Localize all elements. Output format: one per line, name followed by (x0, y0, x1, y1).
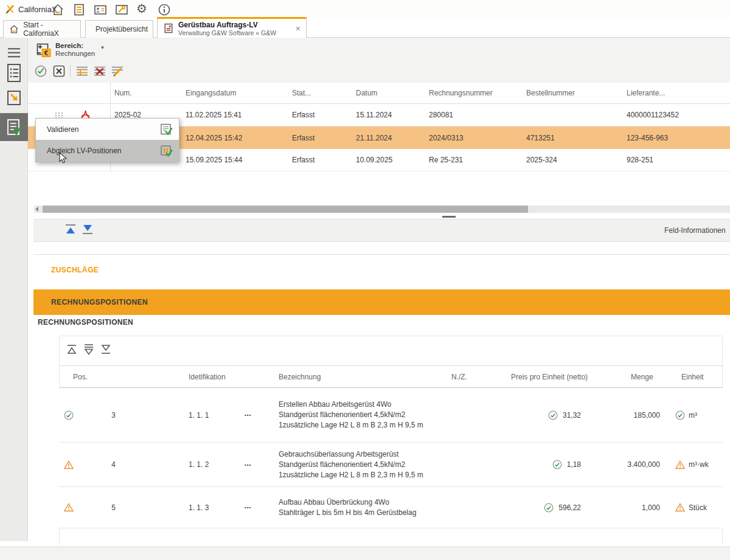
bereich-euro-icon: € (35, 42, 51, 58)
ok-circle-check-icon (548, 410, 558, 420)
cell-rechnungsnummer: Re 25-231 (429, 149, 523, 171)
confirm-circle-check-icon[interactable] (34, 64, 47, 78)
col-rechnungsnummer[interactable]: Rechnungsnummer (429, 83, 523, 103)
cancel-x-box-icon[interactable] (52, 64, 66, 78)
tab-projektuebersicht[interactable]: Projektübersicht (85, 20, 153, 38)
scrollbar-thumb[interactable] (43, 206, 528, 213)
sidebar-document-list-icon[interactable] (6, 63, 22, 83)
cell-datum: 10.09.2025 (356, 149, 426, 171)
tab-label: Start - CaliforniaX (23, 21, 75, 38)
sidebar-import-icon[interactable] (6, 89, 22, 107)
menu-item-abgleich-lv-positionen[interactable]: Abgleich LV-Positionen (36, 140, 179, 162)
more-options-button[interactable]: ••• (245, 443, 263, 486)
position-row[interactable]: 4 1. 1. 2 ••• Gebrauchsüberlassung Arbei… (59, 443, 723, 487)
menu-item-label: Validieren (47, 125, 78, 134)
bereich-label: Bereich: (55, 42, 95, 50)
positions-toolbar (59, 336, 723, 366)
projects-icon[interactable] (72, 3, 86, 16)
cell-menge: 185,000 (599, 388, 660, 442)
add-row-icon[interactable] (75, 64, 89, 78)
contacts-icon[interactable] (94, 3, 107, 16)
collapse-all-icon[interactable] (82, 343, 96, 356)
mouse-cursor-icon (59, 152, 67, 164)
positions-table-header: Pos. Idetifikation Bezeichnung N./Z. Pre… (59, 366, 723, 388)
tab-close-icon[interactable]: × (296, 24, 301, 33)
validate-document-icon (159, 123, 173, 136)
scroll-left-arrow-icon[interactable] (35, 207, 38, 212)
col-pos[interactable]: Pos. (73, 366, 88, 387)
col-datum[interactable]: Datum (356, 83, 426, 103)
section-rechnungspositionen-bar[interactable]: RECHNUNGSPOSITIONEN (33, 289, 730, 315)
warning-triangle-icon (675, 460, 685, 469)
position-row[interactable]: 3 1. 1. 1 ••• Erstellen Abbau Arbeitsger… (59, 388, 723, 443)
info-icon[interactable] (158, 3, 171, 16)
settings-icon[interactable]: ⚙ (136, 2, 147, 15)
ok-circle-check-icon (552, 460, 562, 469)
cell-eingangsdatum: 12.04.2025 15:42 (186, 126, 289, 149)
more-options-button[interactable]: ••• (245, 487, 263, 528)
cell-einheit: m³ (675, 388, 697, 442)
expand-to-bottom-icon[interactable] (99, 343, 113, 356)
col-bezeichnung[interactable]: Bezeichnung (279, 366, 321, 387)
cell-eingangsdatum: 15.09.2025 15:44 (186, 149, 289, 171)
cell-bestellnummer (526, 104, 624, 126)
cell-identifikation: 1. 1. 3 (189, 487, 209, 528)
collapse-to-top-icon[interactable] (65, 343, 78, 356)
cell-rechnungsnummer: 280081 (429, 104, 523, 126)
more-options-button[interactable]: ••• (245, 388, 263, 442)
horizontal-scrollbar[interactable] (34, 206, 730, 213)
col-status[interactable]: Stat... (292, 83, 353, 103)
warning-triangle-icon (64, 460, 74, 469)
col-eingangsdatum[interactable]: Eingangsdatum (186, 83, 289, 103)
cell-status: Erfasst (292, 149, 353, 171)
cell-bezeichnung: Aufbau Abbau Überbrückung 4Wo Stahlträge… (279, 487, 510, 528)
cell-lieferant: 4000001123452 (627, 104, 730, 126)
toolbar-area (28, 38, 730, 83)
cell-eingangsdatum: 11.02.2025 15:41 (186, 104, 289, 126)
cell-menge: 1,000 (599, 487, 660, 528)
menu-item-label: Abgleich LV-Positionen (47, 147, 122, 155)
menu-item-validieren[interactable]: Validieren (36, 119, 179, 140)
status-bar (0, 547, 730, 560)
cell-bezeichnung: Erstellen Abbau Arbeitsgerüst 4Wo Standg… (279, 388, 510, 442)
tab-geruestbau-auftrags-lv[interactable]: Gerüstbau Auftrags-LV Verwaltung G&W Sof… (157, 17, 307, 38)
col-bestellnummer[interactable]: Bestellnummer (526, 83, 624, 103)
app-logo-icon (5, 4, 16, 15)
col-menge[interactable]: Menge (631, 366, 653, 387)
bereich-dropdown[interactable]: € Bereich: Rechnungen ▾ (35, 41, 104, 59)
home-icon[interactable] (51, 3, 64, 16)
pane-splitter-handle[interactable] (442, 216, 456, 218)
sidebar-validate-documents-icon[interactable] (6, 118, 22, 136)
cell-einheit: Stück (675, 487, 707, 528)
positions-panel-title: RECHNUNGSPOSITIONEN (38, 318, 133, 327)
cell-bestellnummer: 2025-324 (526, 149, 624, 171)
cell-pos: 5 (79, 487, 116, 528)
col-einheit[interactable]: Einheit (681, 366, 704, 387)
delete-row-icon[interactable] (93, 64, 106, 78)
app-window: CaliforniaX ⚙ (0, 0, 730, 560)
field-info-label[interactable]: Feld-Informationen (664, 226, 726, 235)
col-nz[interactable]: N./Z. (451, 366, 467, 387)
cell-menge: 3.400,000 (599, 443, 660, 486)
edit-row-icon[interactable] (111, 64, 124, 78)
section-zuschlaege[interactable]: ZUSCHLÄGE (33, 255, 730, 285)
scroll-to-bottom-icon[interactable] (81, 223, 94, 236)
col-preis-pro-einheit[interactable]: Preis pro Einheit (netto) (511, 366, 588, 387)
tools-icon[interactable] (115, 3, 128, 16)
cell-preis: 596,22 (499, 487, 581, 528)
col-lieferant[interactable]: Lieferante... (627, 83, 730, 103)
cell-lieferant: 123-456-963 (627, 126, 730, 149)
warning-triangle-icon (675, 503, 685, 512)
col-num[interactable]: Num. (114, 83, 182, 103)
tab-start[interactable]: Start - CaliforniaX (3, 20, 81, 38)
toolbar-separator (70, 65, 71, 77)
ok-circle-check-icon (64, 410, 74, 420)
scroll-to-top-icon[interactable] (64, 223, 77, 236)
menu-hamburger-icon[interactable] (7, 47, 21, 58)
col-identifikation[interactable]: Idetifikation (189, 366, 226, 387)
position-row[interactable]: 5 1. 1. 3 ••• Aufbau Abbau Überbrückung … (59, 487, 723, 528)
cell-preis: 1,18 (499, 443, 581, 486)
cell-lieferant: 928-251 (627, 149, 730, 171)
home-icon (9, 24, 19, 35)
tab-subtitle: Verwaltung G&W Software « G&W (178, 29, 276, 36)
